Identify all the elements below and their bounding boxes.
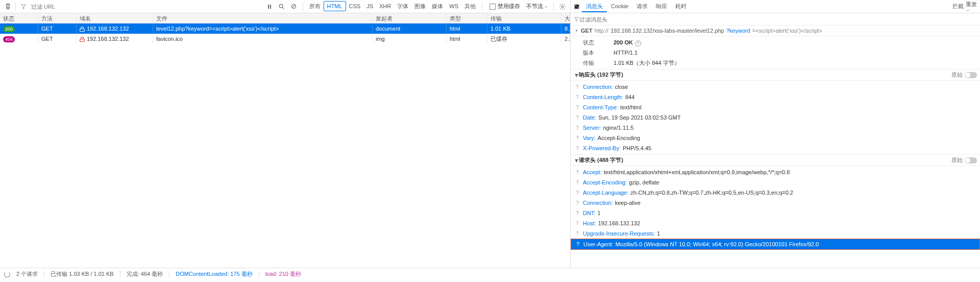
col-type[interactable]: 类型 — [447, 13, 487, 23]
filter-tab-所有[interactable]: 所有 — [306, 2, 324, 11]
resend-button[interactable]: 重发 — [966, 1, 977, 12]
filter-tab-CSS[interactable]: CSS — [346, 2, 364, 11]
header-row[interactable]: ?Accept-Language:zh-CN,zh;q=0.8,zh-TW;q=… — [571, 187, 980, 198]
settings-icon[interactable] — [557, 1, 568, 12]
request-table: 200GET192.168.132.132level12.php?keyword… — [0, 24, 570, 268]
header-row[interactable]: ?User-Agent:Mozilla/5.0 (Windows NT 10.0… — [571, 239, 980, 250]
filter-tab-HTML[interactable]: HTML — [324, 1, 346, 11]
disable-cache-checkbox[interactable]: 禁用缓存 — [489, 3, 520, 10]
detail-tab-4[interactable]: 耗时 — [671, 1, 691, 11]
filter-tab-WS[interactable]: WS — [446, 2, 461, 11]
throttle-select[interactable]: 不节流 — [524, 2, 550, 11]
header-row[interactable]: ?Content-Type:text/html — [571, 102, 980, 112]
search-icon[interactable] — [276, 1, 287, 12]
detail-tabs: 消息头Cookie请求响应耗时 拦截 重发 — [571, 0, 980, 13]
header-row[interactable]: ?Accept:text/html,application/xhtml+xml,… — [571, 167, 980, 177]
response-headers-section[interactable]: ▼响应头 (192 字节) 原始 — [571, 69, 980, 81]
network-toolbar: 所有HTMLCSSJSXHR字体图像媒体WS其他 禁用缓存 不节流 — [0, 0, 570, 13]
filter-tab-媒体[interactable]: 媒体 — [429, 2, 446, 11]
dom-loaded-time: DOMContentLoaded: 175 毫秒 — [176, 270, 252, 278]
header-row[interactable]: ?Vary:Accept-Encoding — [571, 133, 980, 143]
close-detail-icon[interactable] — [574, 4, 580, 10]
header-row[interactable]: ?DNT:1 — [571, 208, 980, 218]
block-button[interactable]: 拦截 — [952, 3, 964, 10]
header-row[interactable]: ?Connection:keep-alive — [571, 198, 980, 208]
lock-icon — [80, 37, 85, 42]
col-status[interactable]: 状态 — [0, 13, 38, 23]
table-row[interactable]: 200GET192.168.132.132level12.php?keyword… — [0, 24, 570, 34]
raw-toggle[interactable] — [965, 157, 977, 163]
detail-tab-3[interactable]: 响应 — [652, 1, 671, 11]
filter-icon[interactable] — [18, 1, 29, 12]
request-count: 2 个请求 — [16, 270, 38, 278]
finish-time: 完成: 464 毫秒 — [127, 270, 163, 278]
header-row[interactable]: ?Date:Sun, 19 Sep 2021 03:02:53 GMT — [571, 112, 980, 123]
header-row[interactable]: ?Upgrade-Insecure-Requests:1 — [571, 228, 980, 239]
request-headers-section[interactable]: ▼请求头 (488 字节) 原始 — [571, 154, 980, 166]
header-row[interactable]: ?Connection:close — [571, 82, 980, 92]
svg-point-2 — [561, 6, 564, 8]
filter-tab-其他[interactable]: 其他 — [461, 2, 479, 11]
col-size[interactable]: 大小 — [561, 13, 570, 23]
table-row[interactable]: 404GET192.168.132.132favicon.icoimghtml已… — [0, 34, 570, 44]
spinner-icon — [4, 271, 10, 277]
header-row[interactable]: ?Content-Length:844 — [571, 92, 980, 102]
filter-tab-JS[interactable]: JS — [363, 2, 376, 11]
trash-icon[interactable] — [2, 1, 13, 12]
filter-headers-icon[interactable] — [574, 16, 579, 22]
filter-tab-图像[interactable]: 图像 — [411, 2, 429, 11]
raw-toggle[interactable] — [965, 72, 977, 78]
detail-tab-2[interactable]: 请求 — [632, 1, 652, 11]
pause-icon[interactable] — [264, 1, 275, 12]
load-time: load: 210 毫秒 — [265, 270, 301, 278]
col-method[interactable]: 方法 — [38, 13, 77, 23]
header-row[interactable]: ?Host:192.168.132.132 — [571, 218, 980, 228]
detail-tab-1[interactable]: Cookie — [607, 1, 632, 11]
request-url[interactable]: GET http://192.168.132.132/xss-labs-mast… — [571, 26, 980, 36]
filter-tab-XHR[interactable]: XHR — [376, 2, 394, 11]
filter-tab-字体[interactable]: 字体 — [394, 2, 411, 11]
transferred-size: 已传输 1.03 KB / 1.01 KB — [51, 270, 114, 278]
filter-headers-input[interactable] — [579, 16, 977, 22]
col-file[interactable]: 文件 — [153, 13, 373, 23]
status-bar: 2 个请求 已传输 1.03 KB / 1.01 KB 完成: 464 毫秒 D… — [0, 268, 980, 280]
col-initiator[interactable]: 发起者 — [373, 13, 447, 23]
detail-tab-0[interactable]: 消息头 — [582, 1, 607, 12]
header-row[interactable]: ?Server:nginx/1.11.5 — [571, 123, 980, 133]
header-row[interactable]: ?X-Powered-By:PHP/5.4.45 — [571, 143, 980, 153]
block-icon[interactable] — [288, 1, 300, 12]
lock-icon — [80, 27, 85, 32]
table-header: 状态 方法 域名 文件 发起者 类型 传输 大小 — [0, 13, 570, 24]
header-row[interactable]: ?Accept-Encoding:gzip, deflate — [571, 177, 980, 187]
col-transferred[interactable]: 传输 — [487, 13, 561, 23]
svg-point-0 — [280, 4, 283, 8]
col-domain[interactable]: 域名 — [77, 13, 153, 23]
filter-url-input[interactable] — [29, 3, 264, 11]
